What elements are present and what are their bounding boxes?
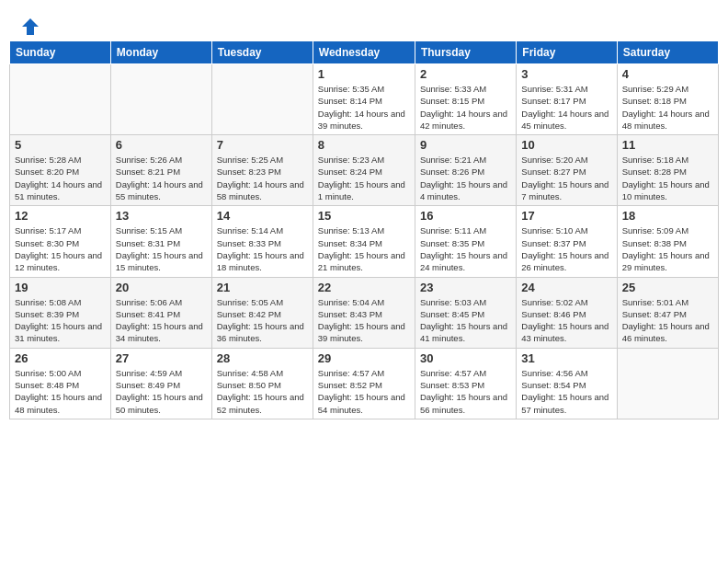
day-info: Sunrise: 5:20 AM Sunset: 8:27 PM Dayligh…	[521, 154, 611, 202]
day-info: Sunrise: 5:26 AM Sunset: 8:21 PM Dayligh…	[116, 154, 207, 202]
day-number: 17	[521, 209, 611, 223]
calendar-cell	[110, 64, 211, 135]
day-info: Sunrise: 5:17 AM Sunset: 8:30 PM Dayligh…	[15, 224, 106, 273]
calendar-week-row: 5Sunrise: 5:28 AM Sunset: 8:20 PM Daylig…	[10, 135, 719, 206]
calendar-cell: 22Sunrise: 5:04 AM Sunset: 8:43 PM Dayli…	[313, 277, 415, 348]
day-info: Sunrise: 4:59 AM Sunset: 8:49 PM Dayligh…	[116, 367, 207, 416]
day-number: 9	[420, 138, 511, 152]
day-number: 16	[420, 209, 511, 223]
day-number: 22	[318, 281, 410, 294]
day-number: 24	[521, 281, 611, 294]
calendar-cell: 13Sunrise: 5:15 AM Sunset: 8:31 PM Dayli…	[110, 206, 211, 277]
day-number: 28	[217, 351, 308, 365]
day-number: 15	[318, 209, 410, 223]
day-number: 5	[15, 138, 106, 152]
day-info: Sunrise: 5:31 AM Sunset: 8:17 PM Dayligh…	[521, 83, 611, 132]
day-of-week-header: Tuesday	[211, 41, 313, 64]
day-number: 23	[420, 281, 511, 294]
day-number: 20	[116, 281, 207, 294]
day-number: 30	[420, 351, 511, 365]
calendar-cell: 19Sunrise: 5:08 AM Sunset: 8:39 PM Dayli…	[10, 277, 111, 348]
calendar-week-row: 12Sunrise: 5:17 AM Sunset: 8:30 PM Dayli…	[10, 206, 719, 277]
day-number: 31	[521, 351, 611, 365]
day-info: Sunrise: 5:14 AM Sunset: 8:33 PM Dayligh…	[217, 224, 308, 273]
day-info: Sunrise: 4:58 AM Sunset: 8:50 PM Dayligh…	[217, 367, 308, 416]
day-number: 27	[116, 351, 207, 365]
calendar-cell: 26Sunrise: 5:00 AM Sunset: 8:48 PM Dayli…	[10, 348, 111, 419]
calendar-week-row: 19Sunrise: 5:08 AM Sunset: 8:39 PM Dayli…	[10, 277, 719, 348]
calendar-cell: 27Sunrise: 4:59 AM Sunset: 8:49 PM Dayli…	[110, 348, 211, 419]
calendar-cell: 21Sunrise: 5:05 AM Sunset: 8:42 PM Dayli…	[211, 277, 313, 348]
day-number: 13	[116, 209, 207, 223]
day-info: Sunrise: 5:11 AM Sunset: 8:35 PM Dayligh…	[420, 224, 511, 273]
calendar-cell: 31Sunrise: 4:56 AM Sunset: 8:54 PM Dayli…	[517, 348, 617, 419]
day-number: 18	[622, 209, 713, 223]
day-info: Sunrise: 5:08 AM Sunset: 8:39 PM Dayligh…	[15, 296, 106, 345]
calendar-cell: 18Sunrise: 5:09 AM Sunset: 8:38 PM Dayli…	[617, 206, 718, 277]
day-info: Sunrise: 5:25 AM Sunset: 8:23 PM Dayligh…	[217, 154, 308, 202]
day-info: Sunrise: 5:21 AM Sunset: 8:26 PM Dayligh…	[420, 154, 511, 202]
calendar-cell	[10, 64, 111, 135]
day-number: 2	[420, 67, 511, 81]
svg-marker-0	[22, 18, 39, 35]
calendar-cell: 28Sunrise: 4:58 AM Sunset: 8:50 PM Dayli…	[211, 348, 313, 419]
calendar-cell: 4Sunrise: 5:29 AM Sunset: 8:18 PM Daylig…	[617, 64, 718, 135]
day-number: 21	[217, 281, 308, 294]
calendar-cell: 10Sunrise: 5:20 AM Sunset: 8:27 PM Dayli…	[517, 135, 617, 206]
calendar-cell: 3Sunrise: 5:31 AM Sunset: 8:17 PM Daylig…	[517, 64, 617, 135]
calendar-cell: 8Sunrise: 5:23 AM Sunset: 8:24 PM Daylig…	[313, 135, 415, 206]
calendar-cell: 6Sunrise: 5:26 AM Sunset: 8:21 PM Daylig…	[110, 135, 211, 206]
calendar-cell: 24Sunrise: 5:02 AM Sunset: 8:46 PM Dayli…	[517, 277, 617, 348]
calendar-cell: 14Sunrise: 5:14 AM Sunset: 8:33 PM Dayli…	[211, 206, 313, 277]
day-info: Sunrise: 5:33 AM Sunset: 8:15 PM Dayligh…	[420, 83, 511, 132]
calendar-cell: 23Sunrise: 5:03 AM Sunset: 8:45 PM Dayli…	[415, 277, 516, 348]
day-info: Sunrise: 5:09 AM Sunset: 8:38 PM Dayligh…	[622, 224, 713, 273]
day-info: Sunrise: 5:13 AM Sunset: 8:34 PM Dayligh…	[318, 224, 410, 273]
day-number: 29	[318, 351, 410, 365]
day-number: 8	[318, 138, 410, 152]
calendar-cell	[617, 348, 718, 419]
day-of-week-header: Monday	[110, 41, 211, 64]
page-header	[9, 9, 719, 37]
day-number: 12	[15, 209, 106, 223]
day-number: 19	[15, 281, 106, 294]
calendar-cell: 5Sunrise: 5:28 AM Sunset: 8:20 PM Daylig…	[10, 135, 111, 206]
logo	[18, 17, 40, 33]
day-info: Sunrise: 5:00 AM Sunset: 8:48 PM Dayligh…	[15, 367, 106, 416]
calendar-cell: 1Sunrise: 5:35 AM Sunset: 8:14 PM Daylig…	[313, 64, 415, 135]
day-number: 26	[15, 351, 106, 365]
day-info: Sunrise: 5:15 AM Sunset: 8:31 PM Dayligh…	[116, 224, 207, 273]
calendar-cell: 29Sunrise: 4:57 AM Sunset: 8:52 PM Dayli…	[313, 348, 415, 419]
calendar-week-row: 1Sunrise: 5:35 AM Sunset: 8:14 PM Daylig…	[10, 64, 719, 135]
day-info: Sunrise: 5:03 AM Sunset: 8:45 PM Dayligh…	[420, 296, 511, 345]
calendar-cell: 16Sunrise: 5:11 AM Sunset: 8:35 PM Dayli…	[415, 206, 516, 277]
day-of-week-header: Sunday	[10, 41, 111, 64]
day-info: Sunrise: 4:57 AM Sunset: 8:53 PM Dayligh…	[420, 367, 511, 416]
day-info: Sunrise: 5:18 AM Sunset: 8:28 PM Dayligh…	[622, 154, 713, 202]
day-info: Sunrise: 4:56 AM Sunset: 8:54 PM Dayligh…	[521, 367, 611, 416]
day-info: Sunrise: 5:06 AM Sunset: 8:41 PM Dayligh…	[116, 296, 207, 345]
day-info: Sunrise: 5:10 AM Sunset: 8:37 PM Dayligh…	[521, 224, 611, 273]
calendar-cell: 25Sunrise: 5:01 AM Sunset: 8:47 PM Dayli…	[617, 277, 718, 348]
day-info: Sunrise: 5:01 AM Sunset: 8:47 PM Dayligh…	[622, 296, 713, 345]
calendar-cell: 2Sunrise: 5:33 AM Sunset: 8:15 PM Daylig…	[415, 64, 516, 135]
day-number: 25	[622, 281, 713, 294]
day-info: Sunrise: 5:28 AM Sunset: 8:20 PM Dayligh…	[15, 154, 106, 202]
day-info: Sunrise: 5:04 AM Sunset: 8:43 PM Dayligh…	[318, 296, 410, 345]
logo-icon	[20, 17, 40, 37]
day-number: 14	[217, 209, 308, 223]
calendar-week-row: 26Sunrise: 5:00 AM Sunset: 8:48 PM Dayli…	[10, 348, 719, 419]
day-info: Sunrise: 5:35 AM Sunset: 8:14 PM Dayligh…	[318, 83, 410, 132]
calendar-cell: 30Sunrise: 4:57 AM Sunset: 8:53 PM Dayli…	[415, 348, 516, 419]
day-number: 4	[622, 67, 713, 81]
day-info: Sunrise: 5:23 AM Sunset: 8:24 PM Dayligh…	[318, 154, 410, 202]
calendar-cell: 17Sunrise: 5:10 AM Sunset: 8:37 PM Dayli…	[517, 206, 617, 277]
day-of-week-header: Wednesday	[313, 41, 415, 64]
day-info: Sunrise: 5:05 AM Sunset: 8:42 PM Dayligh…	[217, 296, 308, 345]
day-number: 11	[622, 138, 713, 152]
calendar-table: SundayMondayTuesdayWednesdayThursdayFrid…	[9, 40, 719, 419]
calendar-header-row: SundayMondayTuesdayWednesdayThursdayFrid…	[10, 41, 719, 64]
day-of-week-header: Saturday	[617, 41, 718, 64]
calendar-cell: 9Sunrise: 5:21 AM Sunset: 8:26 PM Daylig…	[415, 135, 516, 206]
day-number: 3	[521, 67, 611, 81]
